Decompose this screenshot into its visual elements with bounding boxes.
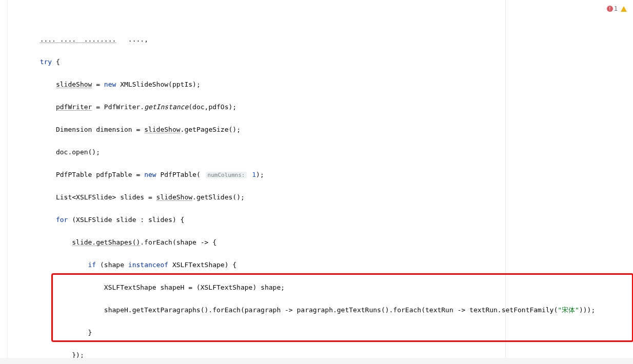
code-content[interactable]: .... .... ........ ...., try { slideShow… xyxy=(8,0,633,364)
error-icon: ! xyxy=(607,6,613,12)
param-hint-numcolumns: numColumns: xyxy=(206,172,247,178)
var-pdfwriter: pdfWriter xyxy=(56,103,92,111)
editor-gutter xyxy=(0,0,8,364)
horizontal-scrollbar[interactable] xyxy=(0,358,633,364)
warning-icon[interactable] xyxy=(621,6,627,12)
var-slideshow: slideShow xyxy=(56,80,92,88)
keyword-try: try xyxy=(40,58,52,66)
inspection-status[interactable]: ! 1 xyxy=(607,3,627,14)
error-count: 1 xyxy=(614,3,618,14)
error-indicator[interactable]: ! 1 xyxy=(607,3,618,14)
code-editor[interactable]: .... .... ........ ...., try { slideShow… xyxy=(0,0,633,364)
